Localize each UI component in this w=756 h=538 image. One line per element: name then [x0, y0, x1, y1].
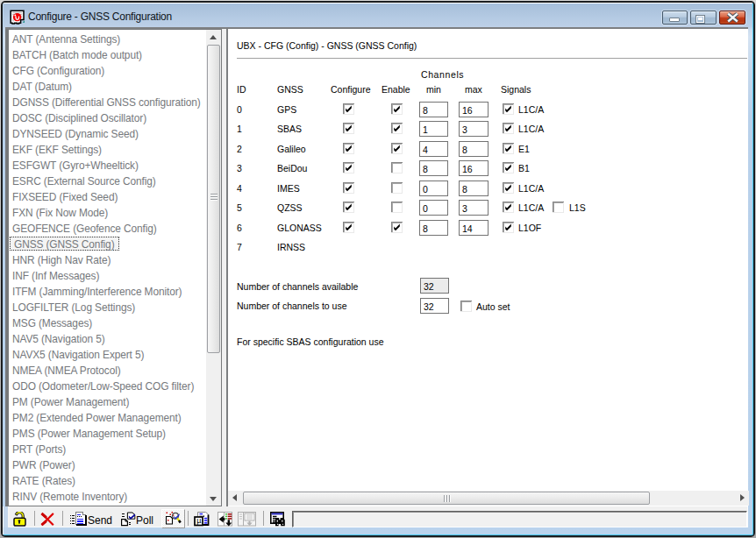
svg-text:µ: µ [196, 516, 201, 525]
